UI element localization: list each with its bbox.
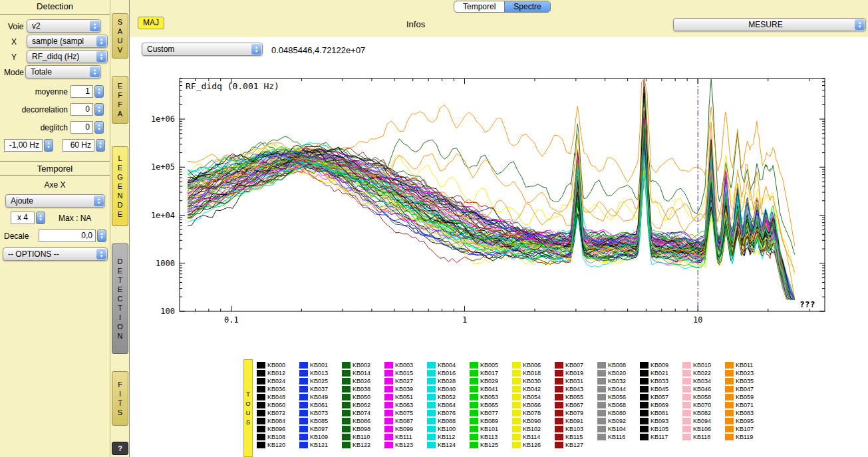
legend-item[interactable]: KB010 xyxy=(682,361,711,369)
legend-swatch[interactable] xyxy=(342,362,351,369)
legend-item[interactable]: KB115 xyxy=(555,433,583,440)
legend-swatch[interactable] xyxy=(427,442,436,448)
legend-swatch[interactable] xyxy=(512,370,521,377)
legend-swatch[interactable] xyxy=(299,410,308,416)
legend-item[interactable]: KB116 xyxy=(597,433,625,440)
legend-swatch[interactable] xyxy=(597,386,606,392)
legend-swatch[interactable] xyxy=(555,386,563,392)
legend-item[interactable]: KB012 xyxy=(257,369,285,377)
legend-swatch[interactable] xyxy=(470,402,478,408)
legend-item[interactable]: KB083 xyxy=(725,409,754,416)
legend-swatch[interactable] xyxy=(555,362,563,369)
legend-item[interactable]: KB111 xyxy=(384,433,412,440)
legend-swatch[interactable] xyxy=(640,370,649,377)
legend-swatch[interactable] xyxy=(555,402,563,408)
legend-swatch[interactable] xyxy=(427,394,436,400)
legend-item[interactable]: KB074 xyxy=(342,409,370,416)
legend-item[interactable]: KB118 xyxy=(682,433,710,440)
vtab-help[interactable]: ? xyxy=(112,442,128,455)
legend-swatch[interactable] xyxy=(682,410,691,416)
spectrum-plot[interactable]: 0.111010010001e+041e+051e+06RF_didq (0.0… xyxy=(130,61,868,330)
moyenne-stepper[interactable]: 1 ▲▼ xyxy=(71,85,104,98)
legend-item[interactable]: KB085 xyxy=(299,417,328,424)
legend-item[interactable]: KB092 xyxy=(597,417,626,424)
legend-swatch[interactable] xyxy=(682,362,691,369)
legend-swatch[interactable] xyxy=(555,434,563,440)
legend-swatch[interactable] xyxy=(640,378,649,384)
legend-swatch[interactable] xyxy=(597,362,606,369)
legend-swatch[interactable] xyxy=(470,394,478,400)
legend-swatch[interactable] xyxy=(555,370,563,377)
legend-item[interactable]: KB042 xyxy=(512,385,541,392)
legend-swatch[interactable] xyxy=(427,362,436,369)
legend-item[interactable]: KB070 xyxy=(682,401,711,408)
legend-swatch[interactable] xyxy=(299,426,308,432)
legend-swatch[interactable] xyxy=(640,394,649,400)
legend-swatch[interactable] xyxy=(384,418,393,424)
legend-swatch[interactable] xyxy=(427,378,436,384)
x4-stepper[interactable]: x 4 ▲▼ xyxy=(11,212,45,224)
legend-swatch[interactable] xyxy=(725,410,734,416)
tous-button[interactable]: TOUS xyxy=(243,359,253,457)
legend-item[interactable]: KB040 xyxy=(427,385,456,392)
legend-swatch[interactable] xyxy=(470,410,478,416)
legend-swatch[interactable] xyxy=(470,442,478,448)
legend-item[interactable]: KB066 xyxy=(512,401,541,408)
legend-item[interactable]: KB073 xyxy=(299,409,328,416)
mode-select[interactable]: Totale ▲▼ xyxy=(25,65,101,78)
legend-swatch[interactable] xyxy=(555,442,563,448)
legend-swatch[interactable] xyxy=(725,426,734,432)
legend-item[interactable]: KB009 xyxy=(640,361,668,369)
legend-swatch[interactable] xyxy=(555,378,563,384)
legend-item[interactable]: KB096 xyxy=(257,425,285,432)
stepper-arrows-icon[interactable]: ▲▼ xyxy=(97,229,106,242)
legend-item[interactable]: KB056 xyxy=(597,393,626,400)
legend-item[interactable]: KB072 xyxy=(257,409,285,416)
freq-max-stepper[interactable]: 60 Hz ▲▼ xyxy=(63,139,105,152)
legend-item[interactable]: KB127 xyxy=(555,441,583,448)
legend-item[interactable]: KB031 xyxy=(555,377,583,384)
legend-item[interactable]: KB036 xyxy=(257,385,285,392)
legend-swatch[interactable] xyxy=(640,402,649,408)
legend-swatch[interactable] xyxy=(640,434,649,440)
deglitch-value[interactable]: 0 xyxy=(71,121,93,134)
legend-swatch[interactable] xyxy=(384,386,393,392)
legend-swatch[interactable] xyxy=(512,386,521,392)
y-select[interactable]: RF_didq (Hz) ▲▼ xyxy=(27,50,108,63)
x4-value[interactable]: x 4 xyxy=(11,212,35,224)
legend-item[interactable]: KB089 xyxy=(470,417,498,424)
vtab-sauv[interactable]: SAUV xyxy=(112,13,128,59)
decale-field[interactable]: 0,0 ▲▼ xyxy=(39,229,106,242)
legend-item[interactable]: KB003 xyxy=(384,361,413,369)
legend-item[interactable]: KB030 xyxy=(512,377,541,384)
legend-swatch[interactable] xyxy=(682,394,691,400)
decorrelation-value[interactable]: 0 xyxy=(71,103,93,116)
legend-item[interactable]: KB019 xyxy=(555,369,583,377)
legend-swatch[interactable] xyxy=(257,410,265,416)
legend-item[interactable]: KB037 xyxy=(299,385,328,392)
legend-item[interactable]: KB048 xyxy=(257,393,285,400)
legend-item[interactable]: KB015 xyxy=(384,369,413,377)
legend-item[interactable]: KB035 xyxy=(725,377,754,384)
mesure-select[interactable]: MESURE ▲▼ xyxy=(673,18,866,31)
legend-item[interactable]: KB064 xyxy=(427,401,456,408)
vtab-legende[interactable]: LEGENDE xyxy=(112,146,128,226)
legend-item[interactable]: KB126 xyxy=(512,441,541,448)
legend-swatch[interactable] xyxy=(725,378,734,384)
legend-item[interactable]: KB044 xyxy=(597,385,626,392)
legend-item[interactable]: KB007 xyxy=(555,361,583,369)
legend-item[interactable]: KB107 xyxy=(725,425,754,432)
legend-item[interactable]: KB102 xyxy=(512,425,541,432)
legend-item[interactable]: KB087 xyxy=(384,417,413,424)
legend-item[interactable]: KB109 xyxy=(299,433,328,440)
legend-swatch[interactable] xyxy=(342,426,351,432)
deglitch-stepper[interactable]: 0 ▲▼ xyxy=(71,121,104,134)
legend-item[interactable]: KB055 xyxy=(555,393,583,400)
legend-item[interactable]: KB105 xyxy=(640,425,668,432)
legend-item[interactable]: KB046 xyxy=(682,385,711,392)
legend-swatch[interactable] xyxy=(384,442,393,448)
legend-swatch[interactable] xyxy=(682,402,691,408)
legend-swatch[interactable] xyxy=(299,418,308,424)
tab-spectre[interactable]: Spectre xyxy=(504,1,549,12)
legend-item[interactable]: KB112 xyxy=(427,433,455,440)
